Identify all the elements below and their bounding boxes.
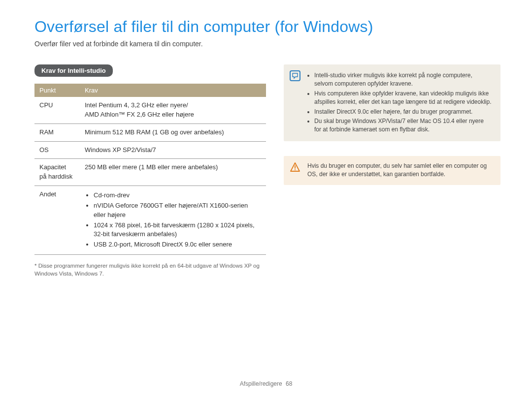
cell-value: Minimum 512 MB RAM (1 GB og over anbefal… [80, 123, 266, 141]
cell-value: 250 MB eller mere (1 MB eller mere anbef… [80, 159, 266, 186]
cell-label: CPU [34, 97, 80, 123]
cell-value: Cd-rom-drev nVIDIA Geforce 7600GT eller … [80, 186, 266, 255]
footnote: * Disse programmer fungerer muligvis ikk… [34, 262, 266, 278]
cell-label: Kapacitet på harddisk [34, 159, 80, 186]
table-header-krav: Krav [80, 84, 266, 97]
list-item: 1024 x 768 pixel, 16-bit farveskærm (128… [94, 221, 261, 240]
list-item: Du skal bruge Windows XP/Vista/7 eller M… [314, 117, 492, 134]
list-item: Cd-rom-drev [94, 191, 261, 200]
table-row: RAM Minimum 512 MB RAM (1 GB og over anb… [34, 123, 266, 141]
cell-label: RAM [34, 123, 80, 141]
table-row: OS Windows XP SP2/Vista/7 [34, 141, 266, 159]
list-item: Intelli-studio virker muligvis ikke korr… [314, 71, 492, 89]
table-row: Kapacitet på harddisk 250 MB eller mere … [34, 159, 266, 186]
warning-text: Hvis du bruger en computer, du selv har … [307, 162, 492, 179]
svg-point-1 [295, 169, 296, 170]
section-heading: Krav for Intelli-studio [34, 64, 113, 77]
warning-callout: Hvis du bruger en computer, du selv har … [284, 156, 500, 185]
page-title: Overførsel af filer til din computer (fo… [34, 18, 500, 36]
cell-value: Intel Pentium 4, 3,2 GHz eller nyere/ AM… [80, 97, 266, 123]
footer-section: Afspille/redigere [240, 380, 282, 387]
note-icon [290, 70, 300, 81]
table-row: CPU Intel Pentium 4, 3,2 GHz eller nyere… [34, 97, 266, 123]
list-item: Hvis computeren ikke opfylder kravene, k… [314, 90, 492, 107]
page-subtitle: Overfør filer ved at forbinde dit kamera… [34, 40, 500, 48]
warning-icon [290, 162, 300, 173]
page-number: 68 [286, 380, 292, 387]
cell-label: OS [34, 141, 80, 159]
page-footer: Afspille/redigere 68 [0, 380, 532, 387]
requirements-table: Punkt Krav CPU Intel Pentium 4, 3,2 GHz … [34, 84, 266, 255]
cell-value: Windows XP SP2/Vista/7 [80, 141, 266, 159]
list-item: nVIDIA Geforce 7600GT eller højere/ATI X… [94, 201, 261, 220]
list-item: USB 2.0-port, Microsoft DirectX 9.0c ell… [94, 240, 261, 249]
table-row: Andet Cd-rom-drev nVIDIA Geforce 7600GT … [34, 186, 266, 255]
list-item: Installer DirectX 9.0c eller højere, før… [314, 108, 492, 116]
info-callout: Intelli-studio virker muligvis ikke korr… [284, 64, 500, 141]
cell-label: Andet [34, 186, 80, 255]
table-header-punkt: Punkt [34, 84, 80, 97]
